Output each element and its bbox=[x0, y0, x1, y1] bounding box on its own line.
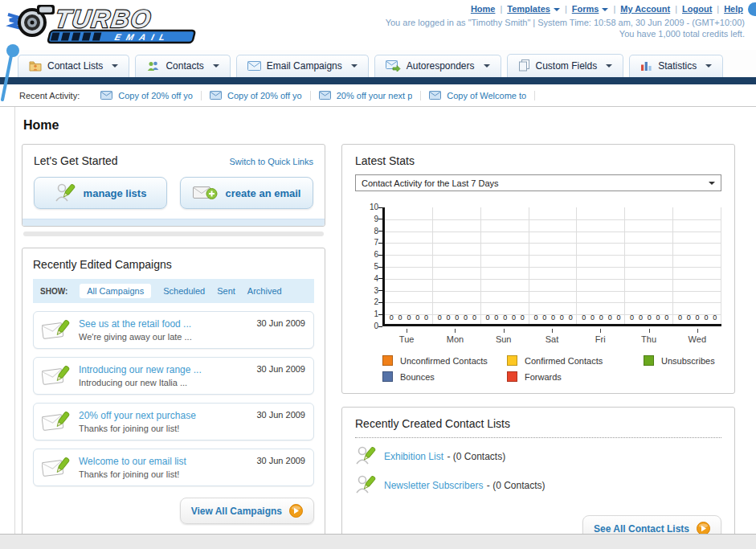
campaign-filter-bar: SHOW: All CampaignsScheduledSentArchived bbox=[33, 279, 314, 303]
stats-period-select[interactable]: Contact Activity for the Last 7 Days bbox=[355, 174, 721, 191]
header-right: Home|Templates|Forms|My Account|Logout|H… bbox=[386, 4, 745, 39]
header-link-help[interactable]: Help bbox=[724, 4, 743, 14]
chevron-down-icon bbox=[351, 64, 358, 68]
panel-shadow bbox=[23, 231, 324, 236]
tab-label: Statistics bbox=[658, 60, 697, 72]
campaign-card[interactable]: See us at the retail food ...We're givin… bbox=[33, 311, 314, 349]
data-label: 0 bbox=[494, 313, 498, 322]
header-link-logout[interactable]: Logout bbox=[682, 4, 712, 14]
data-label: 0 bbox=[704, 313, 708, 322]
logo-title-text: TURBO bbox=[54, 5, 154, 33]
data-label: 0 bbox=[398, 313, 403, 322]
campaign-title-link[interactable]: See us at the retail food ... bbox=[79, 318, 192, 330]
campaign-card[interactable]: 20% off your next purchaseThanks for joi… bbox=[33, 403, 314, 440]
chart-group-sun: 00000 bbox=[481, 207, 529, 324]
data-label: 0 bbox=[455, 313, 459, 322]
data-label: 0 bbox=[472, 313, 476, 322]
campaign-title-link[interactable]: Welcome to our email list bbox=[79, 456, 186, 467]
campaign-title-link[interactable]: Introducing our new range ... bbox=[79, 364, 202, 375]
y-axis-tick bbox=[378, 302, 382, 303]
corner-dot-decoration bbox=[748, 2, 756, 16]
header-link-templates[interactable]: Templates bbox=[507, 4, 560, 14]
tab-contacts[interactable]: Contacts bbox=[135, 55, 230, 77]
right-column: Latest Stats Contact Activity for the La… bbox=[341, 144, 735, 549]
data-label: 0 bbox=[486, 313, 490, 322]
latest-stats-title: Latest Stats bbox=[355, 154, 721, 167]
legend-label: Forwards bbox=[525, 372, 562, 382]
header-link-forms[interactable]: Forms bbox=[572, 4, 609, 14]
header-link-my-account[interactable]: My Account bbox=[620, 4, 670, 14]
mail-icon bbox=[100, 91, 112, 100]
data-labels: 00000 bbox=[673, 313, 721, 322]
header-link-home[interactable]: Home bbox=[471, 4, 496, 14]
recent-activity-item[interactable]: Copy of 20% off yo bbox=[202, 91, 311, 100]
contact-list-link[interactable]: Exhibition List bbox=[384, 451, 443, 462]
data-label: 0 bbox=[616, 313, 620, 322]
y-axis-tick-label: 7 bbox=[358, 238, 378, 247]
data-label: 0 bbox=[512, 313, 516, 322]
campaign-card[interactable]: Introducing our new range ...Introducing… bbox=[33, 357, 314, 395]
header: TURBO EMAIL Home|Templates|Forms|My Acco… bbox=[0, 0, 756, 50]
link-separator: | bbox=[675, 4, 677, 14]
email-plus-icon bbox=[193, 185, 218, 202]
campaign-title-link[interactable]: 20% off your next purchase bbox=[79, 410, 196, 421]
switch-quick-links-link[interactable]: Switch to Quick Links bbox=[229, 157, 313, 166]
mail-icon bbox=[429, 91, 441, 100]
legend-item-forwards: Forwards bbox=[507, 371, 644, 382]
manage-lists-button[interactable]: manage lists bbox=[34, 177, 167, 209]
recent-activity-items: Copy of 20% off yoCopy of 20% off yo20% … bbox=[92, 91, 535, 100]
statistics-icon bbox=[640, 60, 652, 72]
create-email-button[interactable]: create an email bbox=[180, 177, 313, 209]
chart-group-wed: 00000 bbox=[673, 207, 721, 324]
tab-contact-lists[interactable]: Contact Lists bbox=[18, 55, 129, 77]
contact-activity-chart: 0123456789100000000000000000000000000000… bbox=[355, 207, 721, 344]
tab-custom-fields[interactable]: Custom Fields bbox=[507, 54, 624, 77]
data-label: 0 bbox=[446, 313, 450, 322]
recent-activity-item[interactable]: Copy of Welcome to bbox=[421, 91, 535, 100]
contact-list-link[interactable]: Newsletter Subscribers bbox=[384, 480, 483, 491]
y-axis-tick bbox=[378, 231, 382, 231]
y-axis-tick-label: 4 bbox=[358, 274, 378, 283]
data-labels: 00000 bbox=[529, 313, 578, 322]
mail-icon bbox=[210, 91, 222, 100]
campaign-date: 30 Jun 2009 bbox=[256, 456, 305, 465]
legend-swatch bbox=[382, 355, 393, 366]
y-axis-tick bbox=[378, 243, 382, 244]
filter-sent[interactable]: Sent bbox=[217, 286, 235, 296]
main-content: Home Let's Get Started Switch to Quick L… bbox=[14, 107, 756, 549]
data-label: 0 bbox=[599, 313, 603, 322]
tab-autoresponders[interactable]: Autoresponders bbox=[374, 55, 501, 77]
recent-activity-item[interactable]: Copy of 20% off yo bbox=[92, 91, 202, 100]
data-labels: 00000 bbox=[625, 313, 673, 322]
arrow-circle-icon bbox=[289, 504, 303, 518]
main-navigation-tabs: Contact ListsContactsEmail CampaignsAuto… bbox=[0, 50, 756, 77]
create-email-label: create an email bbox=[226, 187, 301, 199]
y-axis-tick bbox=[378, 326, 382, 327]
campaign-card[interactable]: Welcome to our email listThanks for join… bbox=[33, 449, 314, 486]
data-label: 0 bbox=[464, 313, 468, 322]
recent-contact-lists-panel: Recently Created Contact Lists Exhibitio… bbox=[341, 407, 735, 549]
campaign-date: 30 Jun 2009 bbox=[256, 364, 305, 374]
filter-all-campaigns[interactable]: All Campaigns bbox=[80, 284, 151, 298]
login-status-text: You are logged in as "Timothy Smith" | S… bbox=[386, 17, 745, 28]
view-all-campaigns-label: View All Campaigns bbox=[191, 506, 282, 517]
pin-decoration bbox=[0, 43, 22, 101]
filter-scheduled[interactable]: Scheduled bbox=[163, 286, 205, 296]
tab-statistics[interactable]: Statistics bbox=[629, 55, 723, 77]
credits-text: You have 1,000 total credits left. bbox=[386, 28, 745, 39]
tab-label: Custom Fields bbox=[536, 60, 598, 72]
campaign-date: 30 Jun 2009 bbox=[256, 410, 305, 420]
recent-activity-item[interactable]: 20% off your next p bbox=[311, 91, 422, 100]
contact-list-item[interactable]: Exhibition List - (0 Contacts) bbox=[355, 441, 721, 470]
campaign-subtitle: Thanks for joining our list! bbox=[79, 424, 196, 433]
y-axis-tick-label: 0 bbox=[358, 322, 378, 330]
view-all-campaigns-button[interactable]: View All Campaigns bbox=[180, 498, 314, 524]
activity-item-label: Copy of 20% off yo bbox=[118, 91, 193, 100]
see-all-contact-lists-label: See All Contact Lists bbox=[594, 523, 689, 535]
filter-archived[interactable]: Archived bbox=[247, 286, 282, 296]
contact-list-item[interactable]: Newsletter Subscribers - (0 Contacts) bbox=[355, 470, 721, 499]
envelope-pencil-icon bbox=[42, 364, 71, 387]
person-pencil-icon bbox=[55, 182, 76, 203]
tab-email-campaigns[interactable]: Email Campaigns bbox=[236, 55, 369, 77]
data-label: 0 bbox=[407, 313, 411, 322]
